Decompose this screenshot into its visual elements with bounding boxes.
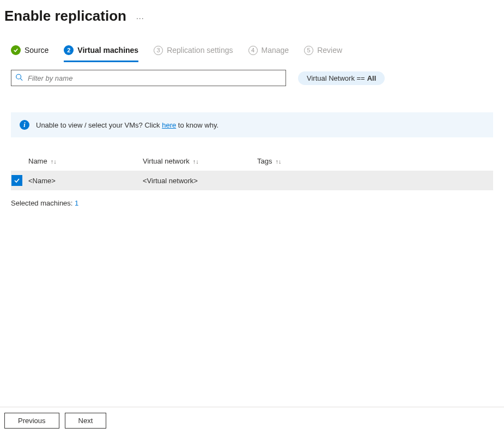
info-banner: i Unable to view / select your VMs? Clic… <box>11 112 493 137</box>
step-number-icon: 5 <box>304 46 313 55</box>
table-row[interactable]: <Name> <Virtual network> <box>11 171 493 190</box>
info-link-here[interactable]: here <box>162 121 176 129</box>
page-title: Enable replication <box>4 8 126 25</box>
step-manage[interactable]: 4 Manage <box>248 46 289 62</box>
more-icon[interactable]: ··· <box>136 10 144 22</box>
filter-pill-value: All <box>367 74 377 82</box>
previous-button[interactable]: Previous <box>4 413 59 429</box>
cell-vnet: <Virtual network> <box>143 177 257 185</box>
check-icon <box>11 45 21 55</box>
sort-icon: ↑↓ <box>193 158 199 165</box>
step-number-icon: 3 <box>154 46 163 55</box>
summary-label: Selected machines: <box>11 199 75 207</box>
column-label: Name <box>28 157 47 165</box>
summary-count: 1 <box>75 199 78 207</box>
step-number-icon: 2 <box>64 45 74 55</box>
column-header-name[interactable]: Name ↑↓ <box>28 157 143 165</box>
step-virtual-machines[interactable]: 2 Virtual machines <box>64 45 138 62</box>
step-source[interactable]: Source <box>11 45 48 62</box>
wizard-steps: Source 2 Virtual machines 3 Replication … <box>0 30 504 62</box>
selected-machines-summary: Selected machines: 1 <box>11 199 493 207</box>
info-text-before: Unable to view / select your VMs? Click <box>36 121 162 129</box>
search-box <box>11 70 286 86</box>
footer: Previous Next <box>0 407 504 434</box>
column-header-vnet[interactable]: Virtual network ↑↓ <box>143 157 257 165</box>
cell-name: <Name> <box>28 177 143 185</box>
step-label: Review <box>317 46 342 55</box>
filter-pill-label: Virtual Network == <box>307 74 365 82</box>
table-header: Name ↑↓ Virtual network ↑↓ Tags ↑↓ <box>11 153 493 171</box>
column-header-tags[interactable]: Tags ↑↓ <box>257 157 366 165</box>
step-label: Virtual machines <box>77 46 138 55</box>
filter-pill-virtual-network[interactable]: Virtual Network == All <box>298 71 385 85</box>
step-label: Manage <box>262 46 289 55</box>
info-text: Unable to view / select your VMs? Click … <box>36 121 218 129</box>
sort-icon: ↑↓ <box>51 158 57 165</box>
step-label: Source <box>25 46 48 55</box>
filter-name-input[interactable] <box>11 70 286 86</box>
column-label: Virtual network <box>143 157 190 165</box>
step-label: Replication settings <box>167 46 233 55</box>
vm-table: Name ↑↓ Virtual network ↑↓ Tags ↑↓ <Name… <box>11 153 493 190</box>
search-icon <box>15 74 23 83</box>
info-text-after: to know why. <box>176 121 218 129</box>
info-icon: i <box>20 120 29 130</box>
step-number-icon: 4 <box>248 46 258 55</box>
row-checkbox[interactable] <box>11 175 22 186</box>
svg-line-1 <box>21 79 23 81</box>
step-replication-settings[interactable]: 3 Replication settings <box>154 46 233 62</box>
sort-icon: ↑↓ <box>275 158 281 165</box>
column-label: Tags <box>257 157 272 165</box>
svg-point-0 <box>16 74 21 79</box>
next-button[interactable]: Next <box>65 413 107 429</box>
step-review[interactable]: 5 Review <box>304 46 342 62</box>
